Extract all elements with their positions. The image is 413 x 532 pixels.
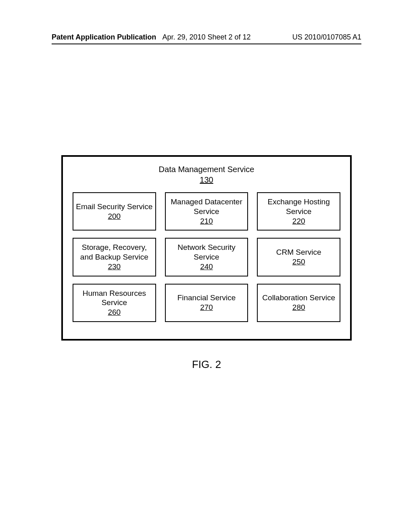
service-ref: 220 <box>292 216 305 226</box>
page-header: Patent Application Publication Apr. 29, … <box>0 33 413 42</box>
service-box-financial: Financial Service 270 <box>165 284 248 322</box>
header-center: Apr. 29, 2010 Sheet 2 of 12 <box>162 33 250 42</box>
service-box-human-resources: Human Resources Service 260 <box>73 284 156 322</box>
service-label: Exchange Hosting Service <box>259 197 338 216</box>
service-ref: 270 <box>200 303 213 312</box>
service-label: Network Security Service <box>167 243 246 262</box>
service-ref: 260 <box>108 308 121 317</box>
diagram-area: Data Management Service 130 Email Securi… <box>61 155 352 371</box>
service-label: Managed Datacenter Service <box>167 197 246 216</box>
service-ref: 250 <box>292 257 305 267</box>
service-ref: 230 <box>108 262 121 272</box>
outer-box-title-label: Data Management Service <box>159 165 254 174</box>
header-right: US 2010/0107085 A1 <box>292 33 361 42</box>
service-ref: 240 <box>200 262 213 272</box>
outer-box-title-ref: 130 <box>73 175 340 185</box>
service-box-network-security: Network Security Service 240 <box>165 238 248 276</box>
service-label: Financial Service <box>177 293 236 303</box>
service-ref: 200 <box>108 212 121 221</box>
service-box-email-security: Email Security Service 200 <box>73 192 156 231</box>
service-label: Email Security Service <box>76 202 152 212</box>
service-label: CRM Service <box>276 247 321 257</box>
service-ref: 280 <box>292 303 305 312</box>
service-label: Human Resources Service <box>75 289 154 308</box>
header-divider <box>52 44 361 44</box>
service-label: Storage, Recovery, and Backup Service <box>75 243 154 262</box>
service-label: Collaboration Service <box>262 293 335 303</box>
service-ref: 210 <box>200 216 213 226</box>
service-box-exchange-hosting: Exchange Hosting Service 220 <box>257 192 340 231</box>
services-grid: Email Security Service 200 Managed Datac… <box>73 192 340 322</box>
data-management-service-box: Data Management Service 130 Email Securi… <box>61 155 352 341</box>
outer-box-title: Data Management Service 130 <box>73 164 340 185</box>
figure-caption: FIG. 2 <box>61 358 352 371</box>
service-box-crm: CRM Service 250 <box>257 238 340 276</box>
service-box-managed-datacenter: Managed Datacenter Service 210 <box>165 192 248 231</box>
header-left: Patent Application Publication <box>52 33 156 42</box>
service-box-collaboration: Collaboration Service 280 <box>257 284 340 322</box>
service-box-storage-recovery-backup: Storage, Recovery, and Backup Service 23… <box>73 238 156 276</box>
